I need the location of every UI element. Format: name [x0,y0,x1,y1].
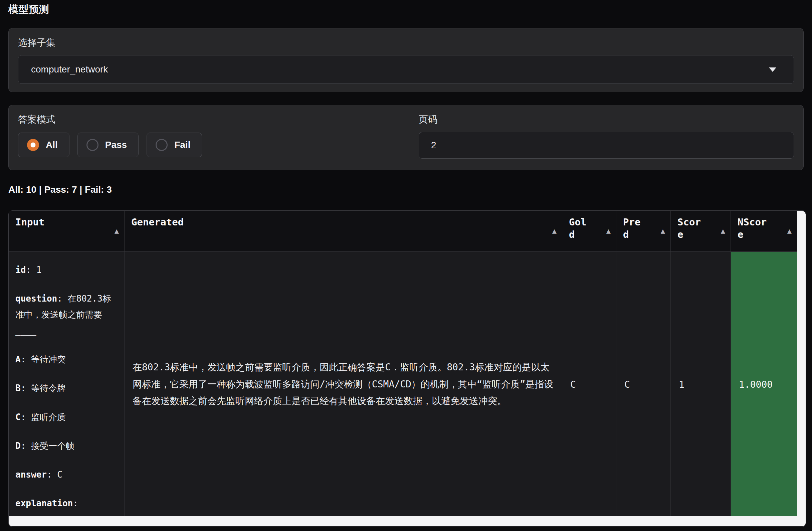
sort-ascending-icon[interactable]: ▲ [606,227,611,236]
radio-selected-icon [27,139,39,151]
sort-ascending-icon[interactable]: ▲ [552,227,556,236]
radio-option-label: All [46,140,58,150]
answer-mode-label: 答案模式 [18,113,55,126]
cell-pred[interactable]: C [617,252,671,517]
cell-score[interactable]: 1 [671,252,731,517]
subset-panel: 选择子集 computer_network [8,28,804,92]
column-header-input[interactable]: Input ▲ [9,211,125,252]
radio-option-label: Pass [105,140,127,150]
cell-generated[interactable]: 在802.3标准中，发送帧之前需要监听介质，因此正确答案是C．监听介质。802.… [125,252,562,517]
column-header-pred[interactable]: Pred ▲ [617,211,671,252]
radio-option-label: Fail [174,140,190,150]
table-header-row: Input ▲ Generated ▲ Gold ▲ Pred ▲ Score … [9,211,806,252]
cell-gold[interactable]: C [562,252,617,517]
vertical-scrollbar[interactable] [797,211,806,516]
horizontal-scrollbar[interactable] [9,516,806,526]
column-header-score[interactable]: Score ▲ [671,211,731,252]
predictions-table: Input ▲ Generated ▲ Gold ▲ Pred ▲ Score … [8,211,806,527]
chevron-down-icon [769,68,776,72]
filters-panel: 答案模式 All Pass Fail 页码 [8,105,804,170]
sort-ascending-icon[interactable]: ▲ [661,227,665,236]
page-number-label: 页码 [419,113,437,126]
radio-unselected-icon [156,139,168,151]
cell-input[interactable]: id: 1 question: 在802.3标准中，发送帧之前需要____ A:… [9,252,125,517]
cell-nscore[interactable]: 1.0000 [731,252,797,517]
page-number-input[interactable] [419,132,794,159]
radio-unselected-icon [86,139,99,151]
sort-ascending-icon[interactable]: ▲ [721,227,725,236]
column-header-nscore[interactable]: NScore ▲ [731,211,797,252]
subset-label: 选择子集 [18,37,55,49]
subset-dropdown[interactable]: computer_network [18,55,794,84]
radio-option-all[interactable]: All [18,133,70,157]
table-row: id: 1 question: 在802.3标准中，发送帧之前需要____ A:… [9,252,806,517]
sort-ascending-icon[interactable]: ▲ [787,227,792,236]
column-header-gold[interactable]: Gold ▲ [562,211,617,252]
sort-ascending-icon[interactable]: ▲ [115,227,119,236]
column-header-generated[interactable]: Generated ▲ [125,211,562,252]
page-title: 模型预测 [8,3,49,16]
radio-option-pass[interactable]: Pass [77,133,139,157]
results-summary: All: 10 | Pass: 7 | Fail: 3 [8,184,112,195]
radio-option-fail[interactable]: Fail [147,133,202,157]
answer-mode-radio-group: All Pass Fail [18,133,202,157]
subset-dropdown-value: computer_network [31,64,108,75]
